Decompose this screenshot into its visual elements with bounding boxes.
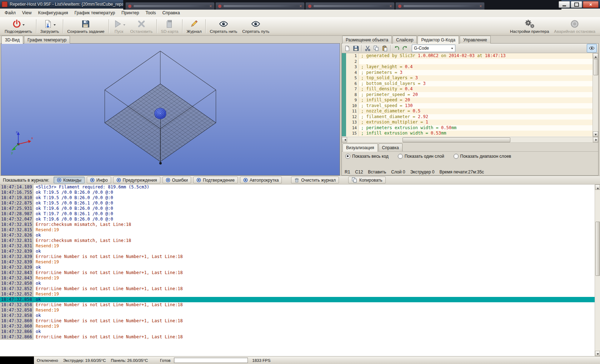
log-row[interactable]: 18:47:32.839Resend:19	[0, 259, 595, 265]
gcode-line[interactable]: 14; perimeters extrusion width = 0.50mm	[342, 125, 592, 131]
log-row[interactable]: 18:47:32.831Error:checksum mismatch, Las…	[0, 238, 595, 243]
toolbar-save-job-button[interactable]: Сохранить задание	[65, 17, 107, 35]
menu-help[interactable]: Справка	[159, 9, 183, 16]
log-row[interactable]: 18:47:32.866Error:Line Number is not Las…	[0, 334, 595, 340]
log-row[interactable]: 18:47:32.860Resend:19	[0, 324, 595, 329]
log-row[interactable]: 18:47:32.839ok	[0, 249, 595, 254]
log-row[interactable]: 18:47:16.755ok T:19.5 /0.0 B:26.0 /0.0 @…	[0, 190, 595, 195]
log-row[interactable]: 18:47:32.860Error:Line Number is not Las…	[0, 318, 595, 324]
log-scrollbar[interactable]	[595, 184, 600, 356]
tab-3d-view[interactable]: 3D-Вид	[1, 36, 23, 44]
clear-log-button[interactable]: Очистить журнал	[291, 177, 339, 183]
gcode-mode-select[interactable]: G-Code	[412, 45, 455, 52]
gcode-line[interactable]: 12; filament_diameter = 2.92	[342, 114, 592, 120]
gcode-line[interactable]: 4; perimeters = 3	[342, 70, 592, 76]
dropdown-arrow-icon[interactable]	[22, 24, 25, 27]
gcode-code-area[interactable]: 1; generated by Slic3r 1.0.0RC2 on 2014-…	[342, 53, 592, 137]
dropdown-arrow-icon[interactable]	[123, 24, 125, 27]
scroll-thumb[interactable]	[402, 137, 510, 142]
editor-horizontal-scrollbar[interactable]	[342, 137, 598, 143]
editor-vertical-scrollbar[interactable]	[592, 53, 598, 137]
gcode-line[interactable]: 7; fill_density = 0.4	[342, 86, 592, 92]
tab-gcode-editor[interactable]: Редактор G-Кода	[418, 36, 459, 44]
redo-button[interactable]	[401, 45, 409, 52]
subtab-help[interactable]: Справка	[379, 143, 402, 151]
tab-temp-graph[interactable]: График температур	[24, 36, 70, 44]
3d-viewport[interactable]: z x y	[1, 43, 340, 176]
minimize-button[interactable]	[559, 1, 570, 8]
dropdown-arrow-icon[interactable]	[54, 24, 56, 27]
scroll-up-arrow[interactable]	[595, 184, 600, 190]
print-object[interactable]	[155, 108, 166, 119]
log-toggle-autoscroll[interactable]: Автопрокрутка	[240, 177, 282, 183]
log-row[interactable]: 18:47:32.843Resend:19	[0, 275, 595, 281]
log-toggle-ack[interactable]: Подтверждение	[193, 177, 238, 183]
radio-show-all-code[interactable]: Показать весь код	[345, 154, 389, 159]
toolbar-connect-button[interactable]: Подсоединить	[2, 17, 35, 35]
toolbar-load-button[interactable]: Загрузить	[38, 17, 62, 35]
gcode-line[interactable]: 8; perimeter_speed = 20	[342, 92, 592, 98]
log-row[interactable]: 18:47:32.047ok T:19.6 /0.0 B:26.0 /0.0 @…	[0, 217, 595, 222]
log-row[interactable]: 18:47:32.852Error:Line Number is not Las…	[0, 286, 595, 292]
menu-printer[interactable]: Принтер	[118, 9, 142, 16]
log-toggle-errors[interactable]: Ошибки	[162, 177, 191, 183]
log-row[interactable]: 18:47:32.866ok	[0, 329, 595, 334]
log-row[interactable]: 18:47:32.850ok	[0, 281, 595, 286]
menu-file[interactable]: Файл	[1, 9, 19, 16]
gcode-line[interactable]: 10; travel_speed = 130	[342, 103, 592, 109]
menu-temp-graph[interactable]: График температур	[71, 9, 119, 16]
toolbar-hide-travel-button[interactable]: Спрятать путь	[240, 17, 272, 35]
log-row[interactable]: 18:47:32.858Error:Line Number is not Las…	[0, 302, 595, 308]
toolbar-hide-filament-button[interactable]: Спрятать нить	[207, 17, 240, 35]
toolbar-journal-button[interactable]: Журнал	[184, 17, 204, 35]
save-file-button[interactable]	[352, 45, 360, 52]
menu-view[interactable]: View	[19, 9, 35, 16]
tab-object-placement[interactable]: Размещение объекта	[342, 36, 392, 44]
log-row[interactable]: 18:47:14.189<Slic3r> Filament required: …	[0, 184, 595, 190]
log-row[interactable]: 18:47:32.815Resend:19	[0, 227, 595, 233]
log-row[interactable]: 18:47:32.858Resend:19	[0, 308, 595, 313]
gcode-line[interactable]: 13; extrusion_multiplier = 1	[342, 120, 592, 125]
gcode-line[interactable]: 9; infill_speed = 20	[342, 97, 592, 103]
log-output[interactable]: 18:47:14.189<Slic3r> Filament required: …	[0, 184, 595, 356]
log-toggle-info[interactable]: Инфо	[87, 177, 111, 183]
toolbar-printer-settings-button[interactable]: Настройки принтера	[508, 17, 551, 35]
log-row[interactable]: 18:47:32.815Error:checksum mismatch, Las…	[0, 222, 595, 227]
log-row[interactable]: 18:47:22.875ok T:19.5 /0.0 B:26.1 /0.0 @…	[0, 201, 595, 206]
gcode-line[interactable]: 5; top_solid_layers = 3	[342, 75, 592, 81]
scroll-left-arrow[interactable]	[342, 137, 347, 142]
subtab-visualization[interactable]: Визуализация	[342, 143, 378, 152]
scroll-thumb[interactable]	[595, 222, 600, 276]
paste-button[interactable]	[381, 45, 389, 52]
scroll-down-arrow[interactable]	[593, 131, 598, 137]
scroll-up-arrow[interactable]	[593, 53, 598, 59]
gcode-line[interactable]: 11; nozzle_diameter = 0.5	[342, 108, 592, 114]
log-row[interactable]: 18:47:28.987ok T:19.7 /0.0 B:26.1 /0.0 @…	[0, 211, 595, 217]
maximize-button[interactable]	[571, 1, 582, 8]
log-row[interactable]: 18:47:32.858ok	[0, 297, 595, 302]
undo-button[interactable]	[392, 45, 400, 52]
copy-log-button[interactable]: Копировать	[348, 177, 386, 183]
new-file-button[interactable]	[343, 45, 351, 52]
gcode-line[interactable]: 6; bottom_solid_layers = 3	[342, 81, 592, 87]
scroll-thumb[interactable]	[593, 59, 598, 75]
log-row[interactable]: 18:47:32.831Resend:19	[0, 243, 595, 249]
scroll-down-arrow[interactable]	[595, 351, 600, 356]
radio-show-layer-range[interactable]: Показать диапазон слоев	[454, 154, 511, 159]
radio-show-single-layer[interactable]: Показать один слой	[398, 154, 444, 159]
tab-slicer[interactable]: Слайсер	[392, 36, 417, 44]
gcode-line[interactable]: 1; generated by Slic3r 1.0.0RC2 on 2014-…	[342, 53, 592, 59]
cut-button[interactable]	[364, 45, 371, 52]
log-row[interactable]: 18:47:32.858ok	[0, 313, 595, 318]
log-toggle-warnings[interactable]: Предупреждения	[113, 177, 160, 183]
log-row[interactable]: 18:47:32.843Error:Line Number is not Las…	[0, 270, 595, 275]
toggle-preview-button[interactable]	[587, 44, 597, 52]
copy-button[interactable]	[372, 45, 380, 52]
log-row[interactable]: 18:47:19.810ok T:19.5 /0.0 B:26.0 /0.0 @…	[0, 195, 595, 201]
log-row[interactable]: 18:47:32.852Resend:19	[0, 292, 595, 297]
tab-manual-control[interactable]: Управление	[460, 36, 491, 44]
gcode-line[interactable]: 3; layer_height = 0.4	[342, 64, 592, 70]
log-row[interactable]: 18:47:32.826ok	[0, 233, 595, 238]
log-row[interactable]: 18:47:32.839Error:Line Number is not Las…	[0, 254, 595, 259]
gcode-line[interactable]: 2	[342, 59, 592, 65]
